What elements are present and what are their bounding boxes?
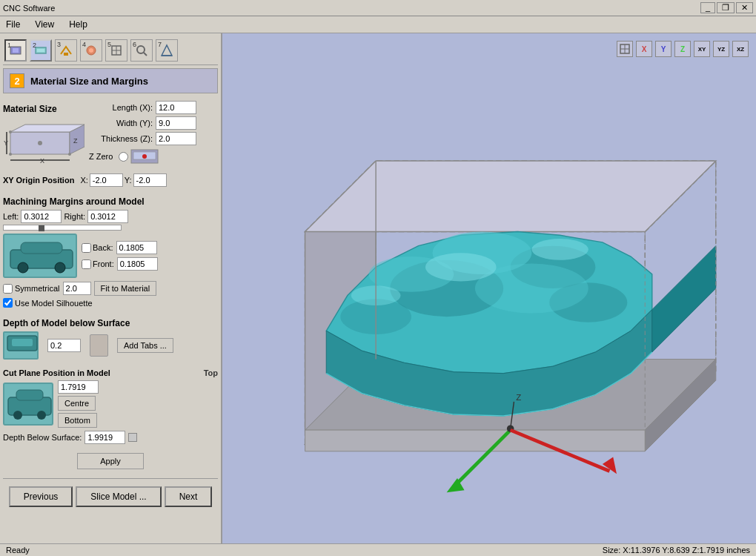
- svg-text:X: X: [40, 157, 44, 165]
- svg-marker-49: [305, 161, 716, 232]
- menu-help[interactable]: Help: [66, 18, 90, 31]
- y-input[interactable]: [133, 173, 167, 187]
- use-model-silhouette-checkbox[interactable]: [3, 298, 13, 308]
- cut-value-input-wrapper: Centre Bottom: [58, 380, 99, 428]
- right-label: Right:: [64, 212, 85, 221]
- cut-plane-label: Cut Plane Position in Model: [3, 368, 110, 377]
- x-input[interactable]: [90, 173, 123, 187]
- apply-button[interactable]: Apply: [77, 453, 144, 469]
- viewport: X Y Z XY YZ XZ: [222, 33, 756, 543]
- xy-origin-label: XY Origin Position: [3, 176, 74, 185]
- width-label: Width (Y):: [89, 119, 156, 128]
- width-row: Width (Y):: [89, 116, 196, 130]
- add-tabs-button[interactable]: Add Tabs ...: [117, 338, 173, 353]
- zzero-label: Z Zero: [89, 152, 113, 161]
- tool-6[interactable]: 6: [130, 39, 153, 62]
- back-front-inputs: Back: Front:: [82, 241, 158, 271]
- back-checkbox[interactable]: [82, 243, 91, 253]
- material-diagram: Z X Y: [3, 117, 84, 165]
- material-size-label: Material Size: [3, 104, 84, 114]
- svg-point-37: [37, 411, 46, 420]
- svg-marker-67: [603, 457, 617, 474]
- symmetrical-checkbox[interactable]: [3, 284, 13, 294]
- axis-icons: X Y Z XY YZ XZ: [617, 41, 749, 57]
- tool-4[interactable]: 4: [80, 39, 102, 62]
- thickness-input[interactable]: [156, 132, 196, 145]
- tool-5[interactable]: 5: [105, 39, 127, 62]
- toolbar: 1 2 3 4 5 6 7: [3, 36, 218, 65]
- 3d-scene: Z: [222, 33, 756, 543]
- y-label: Y:: [125, 176, 132, 185]
- front-checkbox[interactable]: [82, 259, 91, 269]
- svg-point-30: [18, 262, 28, 273]
- depth-label: Depth of Model below Surface: [3, 318, 218, 328]
- axis-icon-z[interactable]: Z: [674, 41, 691, 57]
- material-size-section: Material Size Z: [3, 99, 218, 168]
- tool-3[interactable]: 3: [55, 39, 77, 62]
- svg-rect-4: [64, 53, 68, 56]
- front-input[interactable]: [117, 257, 158, 271]
- car-cut-diagram: [3, 383, 53, 426]
- svg-text:Z: Z: [516, 393, 521, 402]
- car-diagram: [3, 234, 77, 278]
- slice-model-button[interactable]: Slice Model ...: [76, 486, 161, 507]
- svg-point-59: [531, 239, 588, 260]
- svg-rect-35: [16, 390, 43, 400]
- centre-button[interactable]: Centre: [58, 396, 96, 411]
- depth-below-row: Depth Below Surface:: [3, 431, 218, 444]
- axis-icon-x[interactable]: X: [636, 41, 652, 57]
- machining-margins-label: Machining Margins around Model: [3, 196, 218, 207]
- zzero-radio-top[interactable]: [119, 152, 128, 162]
- axis-icon-xz[interactable]: XZ: [732, 41, 749, 57]
- x-label: X:: [80, 176, 87, 185]
- axis-icon-y[interactable]: Y: [655, 41, 672, 57]
- tool-1[interactable]: 1: [4, 39, 27, 62]
- panel-header-icon: 2: [10, 73, 24, 88]
- left-label: Left:: [3, 212, 19, 221]
- margin-slider[interactable]: [3, 225, 218, 231]
- minimize-button[interactable]: _: [700, 2, 715, 13]
- menu-view[interactable]: View: [32, 18, 57, 31]
- svg-point-24: [9, 130, 12, 133]
- length-input[interactable]: [156, 101, 196, 114]
- svg-marker-62: [652, 246, 716, 352]
- bottom-button[interactable]: Bottom: [58, 413, 97, 428]
- svg-rect-33: [12, 339, 33, 346]
- axis-icon-yz[interactable]: YZ: [713, 41, 729, 57]
- tool-7[interactable]: 7: [156, 39, 178, 62]
- use-model-silhouette-label: Use Model Silhouette: [15, 299, 93, 308]
- cut-value-input[interactable]: [58, 380, 99, 394]
- axis-icon-xy[interactable]: XY: [694, 41, 710, 57]
- svg-point-22: [9, 153, 12, 156]
- thickness-row: Thickness (Z):: [89, 132, 196, 145]
- status-size: Size: X:11.3976 Y:8.639 Z:1.7919 inches: [603, 546, 750, 555]
- svg-point-21: [38, 141, 42, 145]
- close-button[interactable]: ✕: [736, 2, 753, 13]
- menu-file[interactable]: File: [3, 18, 23, 31]
- width-input[interactable]: [156, 116, 196, 130]
- svg-rect-3: [37, 49, 44, 52]
- axis-icon-home[interactable]: [617, 41, 633, 57]
- depth-input[interactable]: [47, 339, 81, 352]
- left-input[interactable]: [21, 210, 62, 223]
- svg-text:Z: Z: [73, 137, 78, 145]
- tool-2[interactable]: 2: [30, 39, 52, 62]
- depth-icon: [3, 331, 39, 360]
- fit-to-material-button[interactable]: Fit to Material: [94, 281, 157, 296]
- svg-point-23: [68, 153, 71, 156]
- svg-point-36: [13, 411, 22, 420]
- depth-below-icon: [128, 433, 137, 442]
- svg-rect-29: [21, 242, 62, 254]
- menubar: File View Help: [0, 16, 756, 33]
- symmetrical-value-input[interactable]: [63, 282, 91, 295]
- previous-button[interactable]: Previous: [9, 486, 73, 507]
- thickness-label: Thickness (Z):: [89, 134, 156, 143]
- maximize-button[interactable]: ❐: [717, 2, 735, 13]
- next-button[interactable]: Next: [165, 486, 213, 507]
- panel-header-title: Material Size and Margins: [30, 76, 148, 87]
- back-input[interactable]: [116, 241, 157, 254]
- svg-point-6: [89, 48, 93, 53]
- right-input[interactable]: [87, 210, 128, 223]
- depth-below-input[interactable]: [84, 431, 125, 444]
- svg-marker-47: [305, 430, 646, 451]
